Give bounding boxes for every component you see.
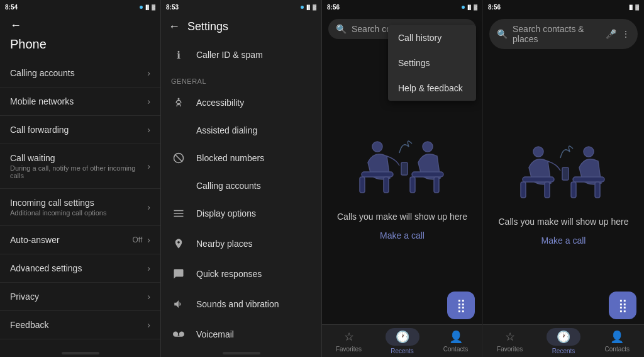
dialpad-icon-3: ⣿ [457, 298, 466, 313]
svg-rect-17 [521, 182, 526, 198]
nav-recents-3[interactable]: 🕐 Recents [375, 324, 429, 358]
voicemail-label: Voicemail [196, 329, 234, 339]
signal-icon-1: ▐▌ [144, 5, 150, 9]
status-icons-1: ▐▌ ▓ [140, 4, 155, 10]
nav-contacts-3[interactable]: 👤 Contacts [429, 326, 482, 356]
favorites-label-4: Favorites [497, 346, 523, 353]
home-indicator-2 [223, 352, 260, 354]
chat-icon [171, 266, 186, 281]
settings-title: Settings [187, 20, 228, 33]
contacts-icon-4: 👤 [610, 330, 624, 344]
battery-icon-3: ▓ [474, 4, 477, 10]
settings-item-accessibility[interactable]: Accessibility [161, 88, 321, 118]
chevron-auto-answer: › [147, 235, 150, 245]
illustration-4 [513, 133, 614, 208]
status-time-3: 8:56 [327, 4, 340, 11]
settings-list: ℹ Caller ID & spam GENERAL Accessibility… [161, 40, 321, 349]
svg-rect-23 [562, 167, 569, 180]
chevron-incoming: › [147, 202, 150, 212]
dropdown-settings[interactable]: Settings [388, 50, 476, 76]
make-call-link-4[interactable]: Make a call [541, 235, 586, 246]
settings-item-quick-responses[interactable]: Quick responses [161, 259, 321, 289]
nav-favorites-4[interactable]: ☆ Favorites [483, 326, 536, 356]
settings-item-voicemail[interactable]: Voicemail [161, 319, 321, 349]
menu-item-auto-answer[interactable]: Auto-answer Off › [0, 226, 160, 254]
status-bar-4: 8:56 ▐▌ ▓ [483, 0, 644, 14]
settings-item-nearby-places[interactable]: Nearby places [161, 229, 321, 259]
bottom-nav-4: ☆ Favorites 🕐 Recents 👤 Contacts [483, 324, 644, 357]
incoming-call-label: Incoming call settings [10, 198, 106, 208]
chevron-feedback: › [147, 320, 150, 330]
panel-recents-clean: 8:56 ▐▌ ▓ 🔍 Search contacts & places 🎤 ⋮ [483, 0, 644, 357]
sounds-label: Sounds and vibration [196, 299, 279, 309]
svg-point-19 [584, 147, 594, 157]
display-icon [171, 206, 186, 221]
favorites-icon-3: ☆ [344, 330, 354, 344]
menu-item-feedback[interactable]: Feedback › [0, 311, 160, 339]
svg-rect-21 [571, 182, 576, 198]
mobile-networks-label: Mobile networks [10, 96, 74, 106]
menu-item-call-forwarding[interactable]: Call forwarding › [0, 116, 160, 144]
home-indicator-1 [62, 352, 99, 354]
advanced-label: Advanced settings [10, 263, 82, 273]
dots-icon-4[interactable]: ⋮ [621, 29, 630, 39]
dropdown-help-feedback[interactable]: Help & feedback [388, 76, 476, 101]
voicemail-icon [171, 327, 186, 342]
p1-header: ← [0, 14, 160, 35]
dialpad-fab-4[interactable]: ⣿ [609, 292, 636, 319]
menu-item-advanced[interactable]: Advanced settings › [0, 254, 160, 283]
signal-icon-4: ▐▌ [628, 5, 634, 9]
call-forwarding-label: Call forwarding [10, 125, 69, 135]
panel-phone-settings: 8:54 ▐▌ ▓ ← Phone Calling accounts › Mob… [0, 0, 161, 357]
menu-item-calling-accounts[interactable]: Calling accounts › [0, 59, 160, 88]
location-icon [171, 236, 186, 251]
settings-item-sounds[interactable]: Sounds and vibration [161, 289, 321, 319]
search-bar-4[interactable]: 🔍 Search contacts & places 🎤 ⋮ [489, 19, 638, 49]
settings-item-blocked-numbers[interactable]: Blocked numbers [161, 143, 321, 173]
settings-item-assisted-dialing[interactable]: Assisted dialing [161, 118, 321, 143]
svg-rect-9 [384, 177, 389, 193]
status-dot-3 [462, 6, 465, 9]
dropdown-menu: Call history Settings Help & feedback [388, 25, 476, 101]
svg-point-6 [372, 142, 382, 152]
nav-favorites-3[interactable]: ☆ Favorites [322, 326, 375, 356]
contacts-label-3: Contacts [443, 346, 468, 353]
svg-rect-14 [401, 162, 408, 175]
dropdown-call-history[interactable]: Call history [388, 25, 476, 50]
svg-point-10 [423, 142, 433, 152]
call-waiting-subtitle: During a call, notify me of other incomi… [10, 164, 147, 179]
feedback-label: Feedback [10, 320, 48, 330]
back-arrow-2[interactable]: ← [169, 20, 180, 33]
svg-rect-12 [410, 177, 415, 193]
back-arrow-1[interactable]: ← [10, 19, 21, 32]
nav-contacts-4[interactable]: 👤 Contacts [591, 326, 644, 356]
svg-rect-18 [545, 182, 550, 198]
svg-rect-5 [174, 216, 184, 217]
panel-settings: 8:53 ▐▌ ▓ ← Settings ℹ Caller ID & spam … [161, 0, 322, 357]
menu-list: Calling accounts › Mobile networks › Cal… [0, 59, 160, 349]
nav-recents-4[interactable]: 🕐 Recents [536, 324, 590, 358]
menu-item-privacy[interactable]: Privacy › [0, 283, 160, 311]
recents-active-bg-3: 🕐 [386, 328, 419, 346]
menu-item-incoming-call-settings[interactable]: Incoming call settings Additional incomi… [0, 189, 160, 226]
status-icons-3: ▐▌ ▓ [462, 4, 477, 10]
battery-icon-2: ▓ [313, 4, 316, 10]
make-call-link-3[interactable]: Make a call [380, 230, 425, 241]
illustration-3 [352, 128, 453, 203]
menu-item-mobile-networks[interactable]: Mobile networks › [0, 88, 160, 116]
svg-line-2 [175, 154, 182, 162]
recents-icon-4: 🕐 [557, 331, 570, 343]
svg-rect-4 [174, 213, 184, 214]
status-icons-2: ▐▌ ▓ [301, 4, 316, 10]
status-icons-4: ▐▌ ▓ [628, 4, 639, 10]
menu-item-call-waiting[interactable]: Call waiting During a call, notify me of… [0, 144, 160, 189]
dialpad-fab-3[interactable]: ⣿ [447, 292, 475, 319]
recents-active-bg-4: 🕐 [547, 328, 580, 346]
settings-item-calling-accounts[interactable]: Calling accounts [161, 173, 321, 198]
settings-item-display-options[interactable]: Display options [161, 198, 321, 229]
panel-recents-dropdown: 8:56 ▐▌ ▓ 🔍 Search contacts Call history… [322, 0, 483, 357]
auto-answer-value: Off [133, 235, 143, 244]
mic-icon-4[interactable]: 🎤 [606, 29, 616, 39]
svg-rect-22 [595, 182, 600, 198]
settings-item-caller-id[interactable]: ℹ Caller ID & spam [161, 40, 321, 70]
